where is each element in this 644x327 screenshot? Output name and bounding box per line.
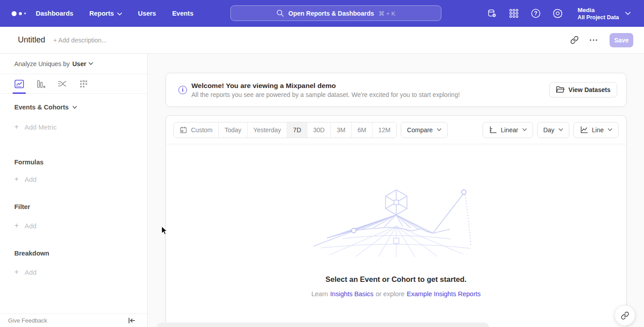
range-custom-label: Custom <box>191 126 212 134</box>
banner-title: Welcome! You are viewing a Mixpanel demo <box>191 82 460 90</box>
nav-reports[interactable]: Reports <box>89 10 122 17</box>
chevron-down-icon <box>89 62 93 65</box>
mixpanel-logo[interactable] <box>12 11 31 16</box>
compare-dropdown[interactable]: Compare <box>401 122 448 138</box>
logo-dot <box>12 11 17 16</box>
top-nav-right: ? Media All Project Data <box>487 0 644 27</box>
compare-label: Compare <box>407 126 433 134</box>
analyze-by-dropdown[interactable]: User <box>72 60 93 67</box>
copy-link-button[interactable] <box>567 33 582 48</box>
info-icon: i <box>178 86 187 94</box>
nav-users-label: Users <box>138 10 156 17</box>
apps-grid-icon[interactable] <box>508 8 519 19</box>
link-icon <box>570 36 579 44</box>
give-feedback-link[interactable]: Give Feedback <box>8 317 47 324</box>
logo-dot <box>24 13 26 14</box>
range-30d-label: 30D <box>313 126 325 134</box>
query-builder-sidebar: Analyze Uniques by User <box>0 54 148 327</box>
active-tab-indicator <box>13 92 26 94</box>
range-custom[interactable]: Custom <box>174 122 219 138</box>
range-12m-label: 12M <box>378 126 390 134</box>
visualization-tabs <box>0 74 147 94</box>
scale-label: Linear <box>501 126 518 134</box>
add-filter-button[interactable]: + Add <box>14 221 133 230</box>
report-description-placeholder[interactable]: + Add description... <box>53 37 106 44</box>
analyze-label: Analyze Uniques by <box>14 60 70 67</box>
data-hub-icon[interactable] <box>487 8 497 19</box>
plus-icon: + <box>14 122 19 131</box>
global-search[interactable]: Open Reports & Dashboards ⌘ + K <box>230 5 441 21</box>
scale-dropdown[interactable]: Linear <box>483 122 533 138</box>
range-yesterday[interactable]: Yesterday <box>248 122 288 138</box>
interval-label: Day <box>543 126 555 134</box>
nav-events[interactable]: Events <box>172 10 194 17</box>
share-link-fab[interactable] <box>614 305 635 326</box>
line-chart-icon <box>580 126 588 134</box>
settings-icon[interactable] <box>552 8 563 19</box>
mixpanel-app: Dashboards Reports Users Events Open Rep… <box>0 0 644 327</box>
range-yesterday-label: Yesterday <box>254 126 281 134</box>
primary-nav: Dashboards Reports Users Events <box>36 10 193 17</box>
search-placeholder: Open Reports & Dashboards <box>288 10 374 17</box>
more-options-button[interactable]: ··· <box>586 33 602 48</box>
range-7d[interactable]: 7D <box>287 122 307 138</box>
events-cohorts-label: Events & Cohorts <box>14 104 69 111</box>
range-3m-label: 3M <box>337 126 345 134</box>
empty-state-links: Learn Insights Basics or explore Example… <box>311 290 481 298</box>
filter-section-title: Filter <box>14 203 133 210</box>
linear-axis-icon <box>489 126 497 134</box>
empty-state: Select an Event or Cohort to get started… <box>166 144 626 298</box>
insights-chart-card: Custom Today Yesterday 7D 30D 3M 6M 12M … <box>165 115 627 327</box>
middle-text: or explore <box>376 290 404 298</box>
project-selector[interactable]: Media All Project Data <box>578 6 631 21</box>
nav-dashboards[interactable]: Dashboards <box>36 10 73 17</box>
example-insights-reports-link[interactable]: Example Insights Reports <box>407 290 481 298</box>
breakdown-section-title: Breakdown <box>14 250 133 257</box>
range-7d-label: 7D <box>293 126 301 134</box>
insights-line-tab[interactable] <box>13 78 25 90</box>
chevron-down-icon <box>522 128 527 131</box>
plus-icon: + <box>14 221 19 230</box>
logo-dot <box>19 12 22 15</box>
add-formula-button[interactable]: + Add <box>14 175 133 184</box>
add-filter-label: Add <box>25 222 37 230</box>
analyze-value: User <box>72 60 86 67</box>
formulas-label: Formulas <box>14 159 43 166</box>
chart-type-dropdown[interactable]: Line <box>573 122 619 138</box>
banner-subtitle: All the reports you see are powered by a… <box>191 91 460 98</box>
nav-events-label: Events <box>172 10 194 17</box>
report-title[interactable]: Untitled <box>18 35 45 45</box>
view-datasets-button[interactable]: View Datasets <box>549 82 617 97</box>
flow-tab[interactable] <box>56 78 68 90</box>
breakdown-label: Breakdown <box>14 250 49 257</box>
bar-chart-tab[interactable] <box>35 78 47 90</box>
range-today[interactable]: Today <box>219 122 247 138</box>
chevron-down-icon <box>625 12 631 15</box>
save-button[interactable]: Save <box>610 33 633 47</box>
help-icon[interactable]: ? <box>530 8 541 19</box>
nav-dashboards-label: Dashboards <box>36 10 73 17</box>
add-metric-button[interactable]: + Add Metric <box>14 122 133 131</box>
project-name: Media <box>578 6 619 14</box>
add-formula-label: Add <box>25 176 37 183</box>
nav-users[interactable]: Users <box>138 10 156 17</box>
range-12m[interactable]: 12M <box>373 122 396 138</box>
add-breakdown-button[interactable]: + Add <box>14 268 133 277</box>
add-metric-label: Add Metric <box>25 123 57 131</box>
collapse-sidebar-button[interactable] <box>127 317 136 325</box>
chevron-down-icon <box>72 106 77 109</box>
range-30d[interactable]: 30D <box>307 122 331 138</box>
metrics-tab[interactable] <box>78 78 89 90</box>
range-3m[interactable]: 3M <box>331 122 352 138</box>
search-icon <box>276 9 284 17</box>
view-datasets-label: View Datasets <box>568 86 610 93</box>
svg-text:?: ? <box>534 10 537 17</box>
bottom-panel-edge <box>157 323 489 327</box>
nav-reports-label: Reports <box>89 10 114 17</box>
plus-icon: + <box>14 175 19 184</box>
interval-dropdown[interactable]: Day <box>537 122 569 138</box>
insights-basics-link[interactable]: Insights Basics <box>330 290 373 298</box>
chevron-down-icon <box>559 128 563 131</box>
range-6m[interactable]: 6M <box>352 122 372 138</box>
events-cohorts-section[interactable]: Events & Cohorts <box>14 104 133 111</box>
